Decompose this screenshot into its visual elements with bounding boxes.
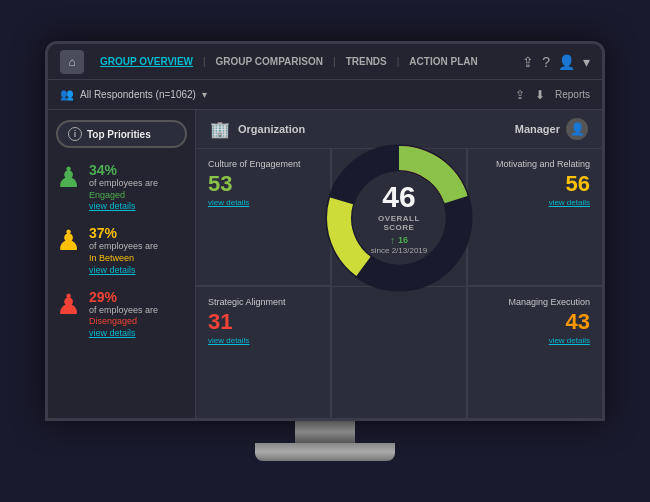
download-icon[interactable]: ⬇: [535, 88, 545, 102]
filter-dropdown-icon[interactable]: ▾: [202, 89, 207, 100]
nav-bar: ⌂ GROUP OVERVIEW | GROUP COMPARISON | TR…: [48, 44, 602, 80]
nav-trends[interactable]: TRENDS: [340, 56, 393, 67]
monitor-screen: ⌂ GROUP OVERVIEW | GROUP COMPARISON | TR…: [45, 41, 605, 421]
up-arrow-icon: ↑: [390, 234, 395, 245]
motivating-cell: Motivating and Relating 56 view details: [467, 149, 602, 286]
reports-button[interactable]: Reports: [555, 89, 590, 100]
disengaged-status: Disengaged: [89, 316, 158, 328]
disengaged-stat: ♟ 29% of employees are Disengaged view d…: [56, 289, 187, 338]
nav-divider-2: |: [333, 56, 336, 67]
culture-cell: Culture of Engagement 53 view details: [196, 149, 331, 286]
motivating-score: 56: [480, 173, 590, 195]
org-icon: 🏢: [210, 120, 230, 139]
chevron-down-icon[interactable]: ▾: [583, 54, 590, 70]
overall-label: OVERALL SCORE: [361, 213, 436, 231]
top-priorities-button[interactable]: i Top Priorities: [56, 120, 187, 148]
disengaged-percentage: 29%: [89, 289, 158, 305]
center-donut: 46 OVERALL SCORE ↑ 16 since 2/13/2019: [324, 143, 474, 293]
managing-score: 43: [480, 311, 590, 333]
disengaged-view-link[interactable]: view details: [89, 328, 158, 338]
strategic-label: Strategic Alignment: [208, 297, 318, 307]
between-stat: ♟ 37% of employees are In Between view d…: [56, 225, 187, 274]
disengaged-description: of employees are: [89, 305, 158, 317]
motivating-view-link[interactable]: view details: [480, 198, 590, 207]
panel-org: 🏢 Organization: [210, 120, 305, 139]
motivating-label: Motivating and Relating: [480, 159, 590, 169]
nav-right: ⇪ ? 👤 ▾: [522, 54, 590, 70]
share-icon[interactable]: ⇪: [522, 54, 534, 70]
between-description: of employees are: [89, 241, 158, 253]
culture-score: 53: [208, 173, 318, 195]
between-view-link[interactable]: view details: [89, 265, 158, 275]
right-panel: 🏢 Organization Manager 👤 Culture of Enga…: [196, 110, 602, 421]
change-value: 16: [398, 235, 408, 245]
nav-group-overview[interactable]: GROUP OVERVIEW: [94, 56, 199, 67]
culture-view-link[interactable]: view details: [208, 198, 318, 207]
between-percentage: 37%: [89, 225, 158, 241]
engaged-stat: ♟ 34% of employees are Engaged view deta…: [56, 162, 187, 211]
change-date: since 2/13/2019: [361, 245, 436, 254]
managing-cell: Managing Execution 43 view details: [467, 286, 602, 421]
donut-center: 46 OVERALL SCORE ↑ 16 since 2/13/2019: [361, 181, 436, 254]
user-icon[interactable]: 👤: [558, 54, 575, 70]
donut-container: 46 OVERALL SCORE ↑ 16 since 2/13/2019: [324, 143, 474, 293]
filter-right: ⇪ ⬇ Reports: [515, 88, 590, 102]
engaged-view-link[interactable]: view details: [89, 201, 158, 211]
manager-avatar: 👤: [566, 118, 588, 140]
score-grid: Culture of Engagement 53 view details: [196, 149, 602, 421]
nav-group-comparison[interactable]: GROUP COMPARISON: [210, 56, 329, 67]
respondents-label: 👥 All Respondents (n=1062) ▾: [60, 88, 207, 101]
info-icon: i: [68, 127, 82, 141]
panel-manager: Manager 👤: [515, 118, 588, 140]
center-cell: 46 OVERALL SCORE ↑ 16 since 2/13/2019: [331, 149, 466, 286]
nav-links: GROUP OVERVIEW | GROUP COMPARISON | TREN…: [94, 56, 522, 67]
nav-divider-3: |: [397, 56, 400, 67]
engaged-status: Engaged: [89, 190, 158, 202]
between-status: In Between: [89, 253, 158, 265]
disengaged-person-icon: ♟: [56, 291, 81, 319]
strategic-cell: Strategic Alignment 31 view details: [196, 286, 331, 421]
strategic-view-link[interactable]: view details: [208, 336, 318, 345]
respondents-icon: 👥: [60, 88, 74, 101]
monitor-stand-neck: [295, 421, 355, 443]
nav-divider-1: |: [203, 56, 206, 67]
managing-label: Managing Execution: [480, 297, 590, 307]
engaged-person-icon: ♟: [56, 164, 81, 192]
culture-label: Culture of Engagement: [208, 159, 318, 169]
filter-bar: 👥 All Respondents (n=1062) ▾ ⇪ ⬇ Reports: [48, 80, 602, 110]
left-sidebar: i Top Priorities ♟ 34% of employees are …: [48, 110, 196, 421]
bottom-center-cell: [331, 286, 466, 421]
strategic-score: 31: [208, 311, 318, 333]
monitor-stand-base: [255, 443, 395, 461]
question-icon[interactable]: ?: [542, 54, 550, 70]
engaged-percentage: 34%: [89, 162, 158, 178]
home-icon[interactable]: ⌂: [60, 50, 84, 74]
between-person-icon: ♟: [56, 227, 81, 255]
managing-view-link[interactable]: view details: [480, 336, 590, 345]
overall-score: 46: [361, 181, 436, 211]
donut-change: ↑ 16: [361, 234, 436, 245]
export-icon[interactable]: ⇪: [515, 88, 525, 102]
monitor-wrapper: ⌂ GROUP OVERVIEW | GROUP COMPARISON | TR…: [35, 41, 615, 461]
nav-action-plan[interactable]: ACTION PLAN: [403, 56, 483, 67]
engaged-description: of employees are: [89, 178, 158, 190]
main-content: i Top Priorities ♟ 34% of employees are …: [48, 110, 602, 421]
